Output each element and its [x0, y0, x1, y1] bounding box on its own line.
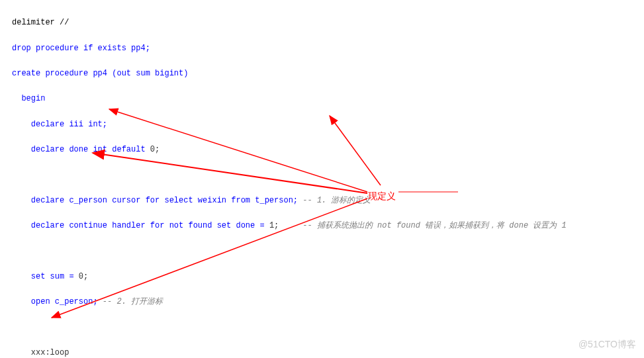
code-line: set sum = 0; [12, 271, 632, 283]
code-line: create procedure pp4 (out sum bigint) [12, 67, 632, 80]
watermark: @51CTO博客 [578, 337, 636, 351]
code-line [12, 245, 632, 257]
code-line: declare done int default 0; [12, 144, 632, 156]
code-line: xxx:loop [12, 347, 632, 359]
code-line [12, 169, 632, 181]
annotation-label: 现定义 [368, 189, 396, 203]
code-line: declare c_person cursor for select weixi… [12, 195, 632, 207]
code-line: declare iii int; [12, 118, 632, 131]
code-line: declare continue handler for not found s… [12, 220, 632, 232]
code-line: drop procedure if exists pp4; [12, 42, 632, 55]
code-line: begin [12, 93, 632, 105]
code-line: delimiter // [12, 17, 632, 29]
code-line [12, 321, 632, 334]
code-line: open c_person; -- 2. 打开游标 [12, 296, 632, 308]
code-block: delimiter // drop procedure if exists pp… [0, 0, 644, 358]
